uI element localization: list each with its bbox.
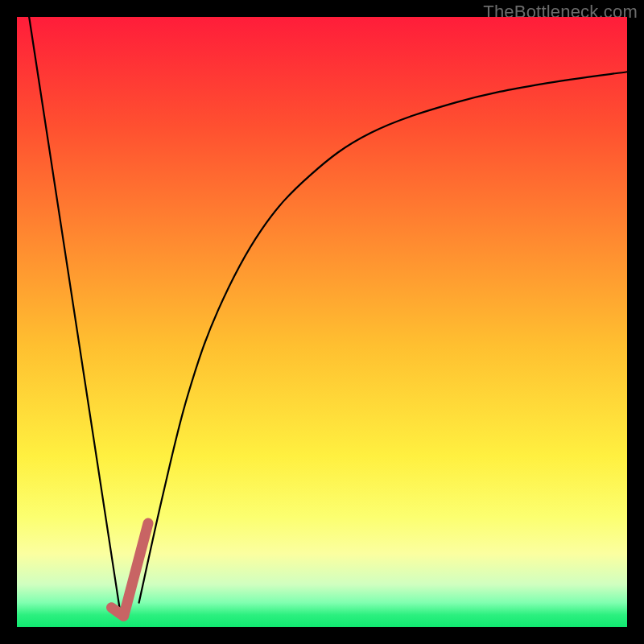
- series-left-descending-line: [29, 17, 121, 615]
- series-right-ascending-curve: [139, 72, 627, 602]
- series-hook-marker: [111, 523, 147, 616]
- chart-svg: [17, 17, 627, 627]
- plot-area: [17, 17, 627, 627]
- chart-container: TheBottleneck.com: [0, 0, 644, 644]
